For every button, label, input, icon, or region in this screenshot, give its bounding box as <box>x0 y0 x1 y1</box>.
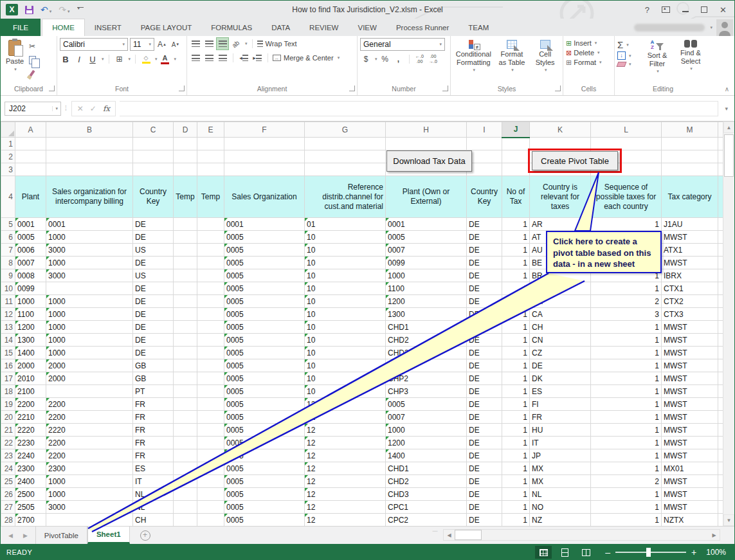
cell[interactable]: CA <box>530 282 591 295</box>
cell[interactable]: ES <box>133 462 174 475</box>
cell[interactable] <box>174 163 197 176</box>
fill-color-button[interactable]: ◇ <box>140 53 152 65</box>
ribbon-tab-process-runner[interactable]: Process Runner <box>386 19 458 36</box>
cell[interactable]: 2200 <box>46 398 133 411</box>
cell[interactable]: 10 <box>305 257 386 269</box>
cell[interactable]: MWST <box>662 449 718 462</box>
cell[interactable] <box>502 138 530 150</box>
cell[interactable] <box>46 150 133 163</box>
zoom-slider-thumb[interactable] <box>646 548 651 557</box>
font-color-button[interactable]: A <box>159 53 171 65</box>
cell[interactable] <box>174 308 197 321</box>
row-header-21[interactable]: 21 <box>1 424 15 437</box>
cell[interactable] <box>197 244 224 257</box>
cell[interactable] <box>174 218 197 231</box>
cell[interactable]: 0005 <box>224 488 305 501</box>
cell[interactable] <box>133 150 174 163</box>
cell[interactable]: CHD2 <box>386 334 467 347</box>
cell[interactable]: 12 <box>305 398 386 411</box>
cell[interactable] <box>467 138 502 150</box>
cell[interactable] <box>174 449 197 462</box>
cell[interactable]: MX01 <box>662 462 718 475</box>
cell[interactable]: 0005 <box>224 334 305 347</box>
cell[interactable]: 1300 <box>15 334 46 347</box>
prev-sheet-icon[interactable]: ◀ <box>8 532 13 539</box>
column-header-C[interactable]: C <box>133 122 174 138</box>
cell[interactable]: 1 <box>502 257 530 269</box>
page-break-view-button[interactable] <box>577 546 594 559</box>
cell[interactable]: 1000 <box>386 424 467 437</box>
row-header-3[interactable]: 3 <box>1 163 15 176</box>
cell[interactable]: DE <box>467 334 502 347</box>
cell[interactable]: 1 <box>502 475 530 488</box>
row-header-13[interactable]: 13 <box>1 321 15 334</box>
cell[interactable]: 1 <box>502 462 530 475</box>
cell[interactable]: 0005 <box>224 321 305 334</box>
row-header-10[interactable]: 10 <box>1 282 15 295</box>
cell[interactable] <box>197 231 224 244</box>
cell[interactable] <box>502 150 530 163</box>
name-box[interactable]: J202▾ <box>5 102 61 116</box>
cell[interactable]: 2220 <box>15 424 46 437</box>
cell[interactable] <box>197 437 224 449</box>
cell[interactable]: 12 <box>305 475 386 488</box>
cell[interactable] <box>197 347 224 359</box>
cell[interactable]: NL <box>133 488 174 501</box>
cell[interactable]: DE <box>467 385 502 398</box>
formula-input[interactable] <box>120 101 718 116</box>
cell[interactable]: IT <box>530 437 591 449</box>
cell[interactable]: 12 <box>305 424 386 437</box>
column-header-E[interactable]: E <box>197 122 224 138</box>
row-header-2[interactable]: 2 <box>1 150 15 163</box>
italic-button[interactable]: I <box>73 53 85 65</box>
align-middle-button[interactable] <box>203 38 215 50</box>
cell[interactable]: DE <box>133 321 174 334</box>
cell[interactable]: 0005 <box>224 462 305 475</box>
scroll-up-icon[interactable]: ▲ <box>723 122 734 133</box>
cell[interactable]: CZ <box>530 347 591 359</box>
cell[interactable]: MWST <box>662 257 718 269</box>
redo-button[interactable]: ↷▾ <box>59 4 69 15</box>
cell[interactable]: 1 <box>591 347 662 359</box>
cell[interactable] <box>174 398 197 411</box>
cell[interactable] <box>305 150 386 163</box>
cell[interactable]: 1 <box>502 372 530 385</box>
insert-function-icon[interactable]: fx <box>103 104 110 113</box>
cell[interactable]: HU <box>530 424 591 437</box>
cell[interactable]: 1 <box>502 411 530 424</box>
cell[interactable]: 2200 <box>46 437 133 449</box>
cell[interactable] <box>174 150 197 163</box>
cell[interactable]: 1 <box>591 449 662 462</box>
next-sheet-icon[interactable]: ▶ <box>23 532 28 539</box>
conditional-formatting-button[interactable]: ≠ Conditional Formatting▾ <box>453 38 493 84</box>
cell[interactable] <box>197 138 224 150</box>
cell[interactable]: 0005 <box>224 244 305 257</box>
cell[interactable]: 1 <box>502 295 530 308</box>
dialog-launcher-icon[interactable] <box>49 86 55 91</box>
ribbon-tab-page-layout[interactable]: PAGE LAYOUT <box>131 19 201 36</box>
zoom-percentage[interactable]: 100% <box>706 548 726 557</box>
cell[interactable]: DE <box>467 462 502 475</box>
cell[interactable] <box>174 514 197 527</box>
cell[interactable]: 12 <box>305 449 386 462</box>
cell[interactable]: 0005 <box>224 295 305 308</box>
cell[interactable]: DE <box>133 282 174 295</box>
sheet-tab-sheet1[interactable]: Sheet1 <box>87 527 130 544</box>
cell[interactable]: 2200 <box>15 398 46 411</box>
cell[interactable]: 3000 <box>46 269 133 282</box>
cell[interactable]: DE <box>467 437 502 449</box>
scroll-left-icon[interactable]: ◀ <box>444 530 455 540</box>
header-cell[interactable]: Temp <box>174 176 197 218</box>
cell[interactable]: 1000 <box>46 295 133 308</box>
cell[interactable]: 1400 <box>386 449 467 462</box>
cell[interactable]: 1 <box>502 359 530 372</box>
cell[interactable] <box>15 138 46 150</box>
cell[interactable]: MWST <box>662 359 718 372</box>
cell[interactable]: DE <box>133 308 174 321</box>
cell[interactable]: 1000 <box>386 269 467 282</box>
cell[interactable]: DE <box>133 347 174 359</box>
borders-button[interactable]: ⊞ <box>114 53 125 65</box>
insert-cells-button[interactable]: ⊞Insert▾ <box>566 39 612 47</box>
scroll-right-icon[interactable]: ▶ <box>709 530 720 540</box>
new-sheet-icon[interactable]: + <box>140 530 150 541</box>
